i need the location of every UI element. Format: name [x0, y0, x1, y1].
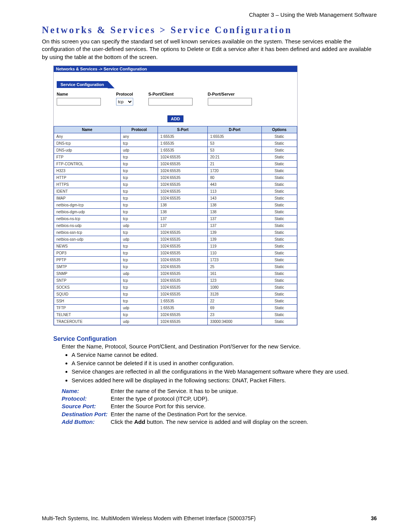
table-cell: NEWS — [54, 243, 121, 249]
table-cell: HTTP — [54, 174, 121, 181]
table-cell: 1024:65535 — [158, 229, 208, 236]
table-cell: Static — [262, 304, 297, 311]
service-config-intro: Enter the Name, Protocol, Source Port/Cl… — [62, 343, 377, 350]
table-cell: Static — [262, 284, 297, 291]
table-row: PPTPtcp1024:655351723Static — [54, 256, 297, 263]
table-cell: SSH — [54, 297, 121, 304]
table-cell: udp — [120, 147, 158, 153]
table-cell: 1723 — [208, 256, 262, 263]
list-item: Services added here will be displayed in… — [72, 377, 377, 384]
table-cell: 1024:65535 — [158, 277, 208, 284]
table-cell: tcp — [120, 284, 158, 291]
table-cell: Static — [262, 174, 297, 181]
table-cell: tcp — [120, 153, 158, 160]
table-cell: tcp — [120, 201, 158, 208]
form-row: Name Protocol tcp S-Port/Client D-Port/S… — [54, 88, 297, 107]
table-cell: Static — [262, 195, 297, 201]
table-row: NEWStcp1024:65535119Static — [54, 243, 297, 249]
table-cell: 1024:65535 — [158, 195, 208, 201]
table-cell: 1:65535 — [158, 133, 208, 140]
table-cell: 137 — [158, 222, 208, 229]
table-cell: Static — [262, 256, 297, 263]
table-cell: Static — [262, 291, 297, 297]
table-cell: netbios-ns-udp — [54, 222, 121, 229]
table-row: netbios-ns-tcptcp137137Static — [54, 215, 297, 222]
sport-input[interactable] — [148, 98, 193, 105]
table-row: netbios-ns-udpudp137137Static — [54, 222, 297, 229]
table-cell: 25 — [208, 263, 262, 270]
table-cell: 1024:65535 — [158, 291, 208, 297]
footer-text: Multi-Tech Systems, Inc. MultiModem Wire… — [42, 515, 256, 521]
table-cell: 69 — [208, 304, 262, 311]
dport-label: D-Port/Server — [208, 92, 252, 96]
sport-label: S-Port/Client — [148, 92, 193, 96]
table-cell: 139 — [208, 236, 262, 243]
table-cell: 22 — [208, 297, 262, 304]
page-title: Networks & Services > Service Configurat… — [42, 25, 377, 35]
name-input[interactable] — [57, 98, 101, 105]
table-cell: SNTP — [54, 277, 121, 284]
table-cell: Static — [262, 167, 297, 174]
table-row: POP3tcp1024:65535110Static — [54, 249, 297, 256]
table-cell: 1024:65535 — [158, 284, 208, 291]
table-row: FTPtcp1024:6553520:21Static — [54, 153, 297, 160]
table-cell: 21 — [208, 160, 262, 167]
table-cell: udp — [120, 236, 158, 243]
add-button[interactable]: ADD — [167, 115, 183, 122]
table-cell: 1024:65535 — [158, 270, 208, 277]
table-cell: DNS-tcp — [54, 140, 121, 147]
table-cell: 119 — [208, 243, 262, 249]
table-cell: IDENT — [54, 188, 121, 195]
table-cell: Static — [262, 243, 297, 249]
name-label: Name — [57, 92, 101, 96]
table-cell: netbios-ns-tcp — [54, 215, 121, 222]
table-cell: Static — [262, 222, 297, 229]
table-cell: 1:65535 — [158, 304, 208, 311]
table-cell: netbios-ssn-udp — [54, 236, 121, 243]
table-cell: tcp — [120, 188, 158, 195]
table-cell: tcp — [120, 215, 158, 222]
table-cell: FTP — [54, 153, 121, 160]
table-row: TELNETtcp1024:6553523Static — [54, 311, 297, 318]
table-cell: 1:65535 — [158, 297, 208, 304]
table-cell: Static — [262, 277, 297, 284]
table-cell: 1:65535 — [208, 133, 262, 140]
table-row: netbios-ssn-tcptcp1024:65535139Static — [54, 229, 297, 236]
table-cell: IMAP — [54, 195, 121, 201]
dport-input[interactable] — [208, 98, 252, 105]
table-cell: 1:65535 — [158, 147, 208, 153]
table-row: SMTPtcp1024:6553525Static — [54, 263, 297, 270]
protocol-select[interactable]: tcp — [116, 98, 133, 105]
table-cell: Static — [262, 263, 297, 270]
intro-text: On this screen you can specify the stand… — [42, 38, 377, 61]
table-cell: tcp — [120, 195, 158, 201]
table-cell: H323 — [54, 167, 121, 174]
table-cell: Static — [262, 188, 297, 195]
table-cell: tcp — [120, 167, 158, 174]
table-cell: 138 — [208, 201, 262, 208]
table-cell: Static — [262, 208, 297, 215]
table-cell: 443 — [208, 181, 262, 188]
table-cell: udp — [120, 304, 158, 311]
field-label: Protocol: — [62, 395, 111, 403]
table-cell: 1024:65535 — [158, 249, 208, 256]
table-cell: tcp — [120, 160, 158, 167]
table-header: Protocol — [120, 126, 158, 133]
breadcrumb: Networks & Services -> Service Configura… — [54, 66, 297, 72]
table-cell: DNS-udp — [54, 147, 121, 153]
table-cell: SOCKS — [54, 284, 121, 291]
table-cell: tcp — [120, 297, 158, 304]
table-cell: 110 — [208, 249, 262, 256]
table-cell: Static — [262, 311, 297, 318]
table-cell: 1024:65535 — [158, 188, 208, 195]
table-cell: TFTP — [54, 304, 121, 311]
table-cell: tcp — [120, 263, 158, 270]
table-row: DNS-tcptcp1:6553553Static — [54, 140, 297, 147]
table-cell: 1024:65535 — [158, 181, 208, 188]
table-cell: tcp — [120, 291, 158, 297]
table-cell: Static — [262, 229, 297, 236]
table-cell: SMTP — [54, 263, 121, 270]
protocol-label: Protocol — [116, 92, 133, 96]
field-text: Enter the name of the Destination Port f… — [111, 411, 311, 418]
table-cell: 1024:65535 — [158, 256, 208, 263]
